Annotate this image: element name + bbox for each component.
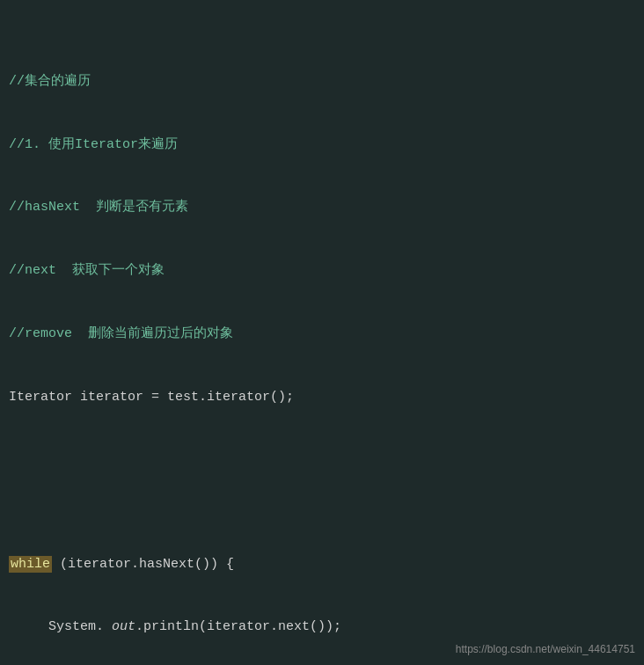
line-3: //hasNext 判断是否有元素 — [0, 196, 644, 218]
line-1: //集合的遍历 — [0, 70, 644, 92]
line-while-1: while (iterator.hasNext()) { — [0, 553, 644, 575]
while-keyword: while — [9, 556, 52, 573]
line-5: //remove 删除当前遍历过后的对象 — [0, 323, 644, 345]
code-editor: //集合的遍历 //1. 使用Iterator来遍历 //hasNext 判断是… — [0, 0, 644, 665]
line-system-1: System. out.println(iterator.next()); — [0, 616, 644, 638]
line-4: //next 获取下一个对象 — [0, 259, 644, 281]
watermark: https://blog.csdn.net/weixin_44614751 — [456, 641, 635, 658]
line-blank-1 — [0, 449, 644, 471]
line-6: Iterator iterator = test.iterator(); — [0, 386, 644, 408]
out-italic-1: out — [112, 619, 135, 634]
line-2: //1. 使用Iterator来遍历 — [0, 134, 644, 156]
